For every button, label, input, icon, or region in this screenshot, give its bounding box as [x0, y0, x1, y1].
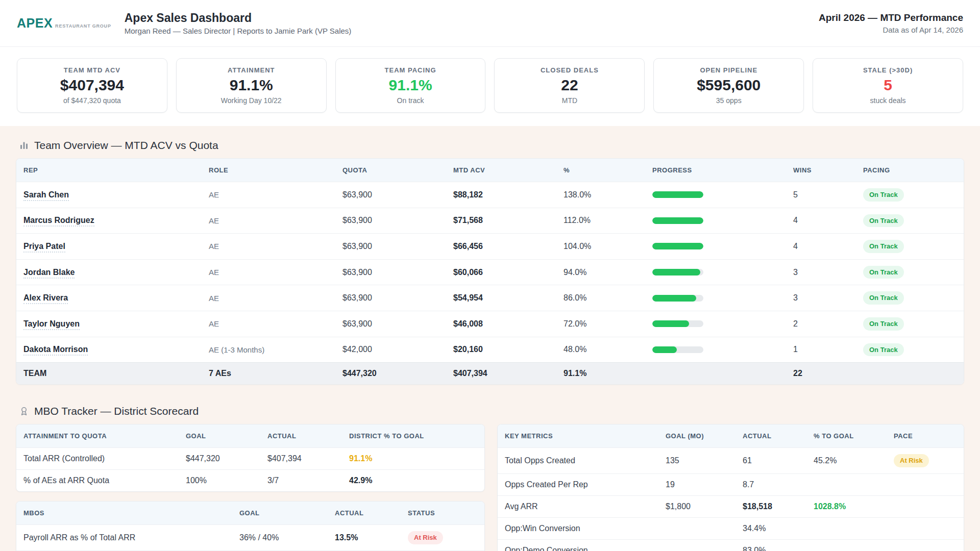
pacing-badge: On Track: [863, 343, 904, 357]
pct-to-goal-cell: [814, 517, 894, 539]
rep-name[interactable]: Sarah Chen: [23, 190, 69, 201]
kpi-sub: MTD: [562, 97, 577, 104]
wins-cell: 2: [793, 311, 863, 337]
column-header-rep: REP: [16, 159, 209, 182]
progress-track: [652, 320, 703, 327]
metric-label-cell: Opp:Win Conversion: [498, 517, 666, 539]
mtd-acv-cell: $71,568: [453, 208, 564, 234]
attainment-head-row: ATTAINMENT TO QUOTAGOALACTUALDISTRICT % …: [16, 424, 484, 448]
progress-cell: [652, 182, 793, 208]
key-metrics-table: KEY METRICSGOAL (MO)ACTUAL% TO GOALPACE …: [498, 424, 964, 551]
column-header-wins: WINS: [793, 159, 863, 182]
pacing-badge: On Track: [863, 266, 904, 279]
progress-track: [652, 269, 703, 276]
quota-cell: $63,900: [342, 182, 453, 208]
wins-cell: 4: [793, 234, 863, 260]
kpi-sub: stuck deals: [870, 97, 906, 104]
rep-name[interactable]: Taylor Nguyen: [23, 319, 80, 330]
actual-cell: 34.4%: [743, 517, 814, 539]
team-total-row: TEAM7 AEs$447,320$407,39491.1%22: [16, 363, 964, 385]
pct-cell: 138.0%: [564, 182, 652, 208]
rep-cell: Sarah Chen: [16, 182, 209, 208]
pacing-badge: On Track: [863, 317, 904, 331]
mtd-acv-cell: $66,456: [453, 234, 564, 260]
team-overview-card: REPROLEQUOTAMTD ACV%PROGRESSWINSPACING S…: [16, 158, 964, 385]
district-pct-cell: 91.1%: [349, 448, 484, 470]
actual-cell: 83.0%: [743, 539, 814, 551]
column-header-district-to-goal: DISTRICT % TO GOAL: [349, 424, 484, 448]
team-row: Alex RiveraAE$63,900$54,95486.0%3On Trac…: [16, 285, 964, 311]
wins-cell: 3: [793, 259, 863, 285]
kpi-card-closed-deals: CLOSED DEALS22MTD: [494, 58, 645, 113]
column-header-goal: GOAL: [239, 502, 335, 525]
pacing-cell: On Track: [863, 311, 964, 337]
wins-cell: 4: [793, 208, 863, 234]
quota-cell: $63,900: [342, 234, 453, 260]
main-content: Team Overview — MTD ACV vs Quota REPROLE…: [0, 126, 980, 551]
column-header-pacing: PACING: [863, 159, 964, 182]
pct-to-goal-cell: [814, 539, 894, 551]
kpi-card-attainment: ATTAINMENT91.1%Working Day 10/22: [176, 58, 327, 113]
wins-cell: 1: [793, 337, 863, 363]
team-row: Taylor NguyenAE$63,900$46,00872.0%2On Tr…: [16, 311, 964, 337]
progress-track: [652, 243, 703, 249]
kpi-value: $407,394: [60, 78, 124, 93]
progress-fill: [652, 269, 700, 276]
rep-name[interactable]: Priya Patel: [23, 242, 65, 253]
metric-label-cell: Avg ARR: [498, 495, 666, 517]
quota-cell: $63,900: [342, 285, 453, 311]
quota-cell: $42,000: [342, 337, 453, 363]
team-row: Jordan BlakeAE$63,900$60,06694.0%3On Tra…: [16, 259, 964, 285]
pacing-cell: On Track: [863, 259, 964, 285]
role-cell: AE: [209, 182, 342, 208]
status-badge: At Risk: [408, 531, 443, 544]
kpi-strip: TEAM MTD ACV$407,394of $447,320 quotaATT…: [0, 47, 980, 126]
pct-to-goal-cell: 45.2%: [814, 448, 894, 474]
pct-cell: 104.0%: [564, 234, 652, 260]
kpi-value: $595,600: [697, 78, 761, 93]
key-metric-row: Total Opps Created1356145.2%At Risk: [498, 448, 964, 474]
column-header-mtd-acv: MTD ACV: [453, 159, 564, 182]
page-title: Apex Sales Dashboard: [125, 12, 352, 24]
brand-name: APEX: [17, 16, 53, 31]
mbo-tracker-title-text: MBO Tracker — District Scorecard: [34, 405, 199, 417]
rep-name[interactable]: Dakota Morrison: [23, 345, 88, 356]
progress-fill: [652, 295, 696, 302]
pace-cell: [894, 517, 964, 539]
pacing-badge: On Track: [863, 214, 904, 228]
column-header-actual: ACTUAL: [743, 424, 814, 448]
mbo-row: Payroll ARR as % of Total ARR36% / 40%13…: [16, 525, 484, 551]
rep-name[interactable]: Alex Rivera: [23, 293, 68, 304]
mtd-acv-cell: $20,160: [453, 337, 564, 363]
rep-name[interactable]: Marcus Rodriguez: [23, 216, 94, 227]
role-cell: AE: [209, 234, 342, 260]
dashboard-page: APEX RESTAURANT GROUP Apex Sales Dashboa…: [0, 0, 980, 551]
pct-cell: 94.0%: [564, 259, 652, 285]
pct-cell: 72.0%: [564, 311, 652, 337]
rep-name[interactable]: Jordan Blake: [23, 268, 75, 279]
pacing-badge: On Track: [863, 240, 904, 253]
team-row: Priya PatelAE$63,900$66,456104.0%4On Tra…: [16, 234, 964, 260]
pct-cell: 86.0%: [564, 285, 652, 311]
header-period-block: April 2026 — MTD Performance Data as of …: [819, 13, 963, 34]
total-wins-cell: 22: [793, 363, 863, 385]
key-metrics-body: Total Opps Created1356145.2%At RiskOpps …: [498, 448, 964, 551]
pace-cell: [894, 473, 964, 495]
role-cell: AE: [209, 208, 342, 234]
kpi-label: OPEN PIPELINE: [700, 67, 757, 73]
column-header-goal-mo: GOAL (MO): [666, 424, 743, 448]
mbos-card: MBOSGOALACTUALSTATUS Payroll ARR as % of…: [16, 501, 485, 551]
kpi-value: 5: [884, 78, 892, 93]
pct-to-goal-cell: [814, 473, 894, 495]
actual-cell: $407,394: [267, 448, 349, 470]
mtd-acv-cell: $60,066: [453, 259, 564, 285]
mbos-table: MBOSGOALACTUALSTATUS Payroll ARR as % of…: [16, 502, 484, 551]
wins-cell: 3: [793, 285, 863, 311]
actual-cell: 3/7: [267, 470, 349, 492]
attainment-table: ATTAINMENT TO QUOTAGOALACTUALDISTRICT % …: [16, 424, 484, 491]
total-progress-cell: [652, 363, 793, 385]
goal-cell: $1,800: [666, 495, 743, 517]
team-overview-title-text: Team Overview — MTD ACV vs Quota: [34, 139, 218, 152]
rep-cell: Marcus Rodriguez: [16, 208, 209, 234]
goal-cell: 36% / 40%: [239, 525, 335, 551]
